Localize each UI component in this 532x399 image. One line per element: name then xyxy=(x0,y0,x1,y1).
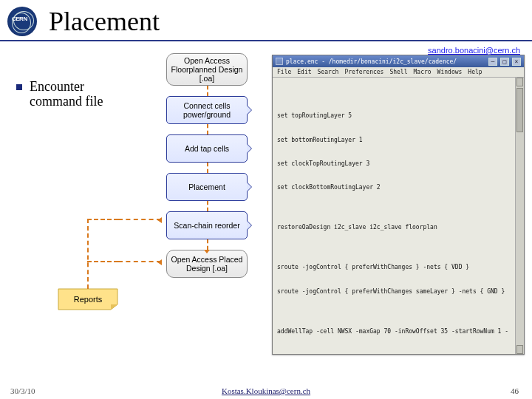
window-close-button[interactable]: × xyxy=(512,58,521,66)
page-number: 46 xyxy=(511,386,519,395)
menu-file[interactable]: File xyxy=(277,69,291,75)
terminal-app-icon xyxy=(276,58,283,65)
window-minimize-button[interactable]: – xyxy=(488,58,497,66)
terminal-menubar: File Edit Search Preferences Shell Macro… xyxy=(273,67,524,78)
connector-dashed xyxy=(118,261,161,262)
flow-node-placement: Placement xyxy=(166,173,248,201)
menu-windows[interactable]: Windows xyxy=(437,69,463,75)
code-line: set bottomRoutingLayer 1 xyxy=(277,137,519,145)
code-line: sroute -jogControl { preferWithChanges s… xyxy=(277,288,519,296)
code-line: restoreOaDesign i2c_slave i2c_slave floo… xyxy=(277,224,519,232)
code-line: sroute -jogControl { preferWithChanges }… xyxy=(277,264,519,272)
connector-dashed xyxy=(87,219,118,220)
bullet-square-icon xyxy=(16,84,22,90)
reports-label: Reports xyxy=(74,295,103,304)
terminal-scrollbar[interactable] xyxy=(515,78,524,354)
cern-logo-icon: CERN xyxy=(7,7,37,36)
bullet-item: Encounter command file xyxy=(16,80,118,109)
menu-shell[interactable]: Shell xyxy=(389,69,407,75)
flow-node-scanreorder: Scan-chain reorder xyxy=(166,211,248,239)
scroll-thumb[interactable] xyxy=(516,88,523,132)
flowchart: Open Access Floorplanned Design [.oa] Co… xyxy=(155,53,259,278)
menu-preferences[interactable]: Preferences xyxy=(344,69,383,75)
window-maximize-button[interactable]: □ xyxy=(500,58,509,66)
code-line: addWellTap -cell NWSX -maxGap 70 -inRowO… xyxy=(277,328,519,336)
terminal-body[interactable]: set topRoutingLayer 5 set bottomRoutingL… xyxy=(273,78,524,354)
flow-node-start: Open Access Floorplanned Design [.oa] xyxy=(166,53,248,86)
terminal-window: place.enc - /homedir/bonacini/i2c_slave/… xyxy=(272,55,525,355)
code-line: set clockTopRoutingLayer 3 xyxy=(277,160,519,168)
page-title: Placement xyxy=(49,6,160,37)
flow-node-connect: Connect cells power/ground xyxy=(166,96,248,124)
flow-node-end: Open Access Placed Design [.oa] xyxy=(166,250,248,278)
connector-dashed xyxy=(87,261,118,262)
code-line: set clockBottomRoutingLayer 2 xyxy=(277,184,519,192)
scroll-up-button[interactable] xyxy=(516,78,523,86)
connector-dashed xyxy=(118,219,161,220)
reports-note: Reports xyxy=(58,288,118,310)
scroll-down-button[interactable] xyxy=(516,345,523,354)
connector-dashed-vert xyxy=(87,219,89,289)
menu-search[interactable]: Search xyxy=(318,69,339,75)
title-bar: CERN Placement xyxy=(0,0,532,41)
menu-help[interactable]: Help xyxy=(468,69,482,75)
footer-email-link[interactable]: Kostas.Kloukinas@cern.ch xyxy=(222,386,310,395)
code-line: set topRoutingLayer 5 xyxy=(277,112,519,120)
menu-edit[interactable]: Edit xyxy=(297,69,311,75)
footer-date: 30/3/10 xyxy=(10,386,35,395)
cern-logo-text: CERN xyxy=(12,16,27,22)
bullet-text: Encounter command file xyxy=(30,80,118,109)
menu-macro[interactable]: Macro xyxy=(414,69,432,75)
terminal-title: place.enc - /homedir/bonacini/i2c_slave/… xyxy=(286,58,457,65)
terminal-titlebar: place.enc - /homedir/bonacini/i2c_slave/… xyxy=(273,55,524,67)
flow-node-addtap: Add tap cells xyxy=(166,134,248,163)
footer: 30/3/10 Kostas.Kloukinas@cern.ch 46 xyxy=(0,383,532,399)
content-area: Encounter command file Open Access Floor… xyxy=(0,53,532,381)
